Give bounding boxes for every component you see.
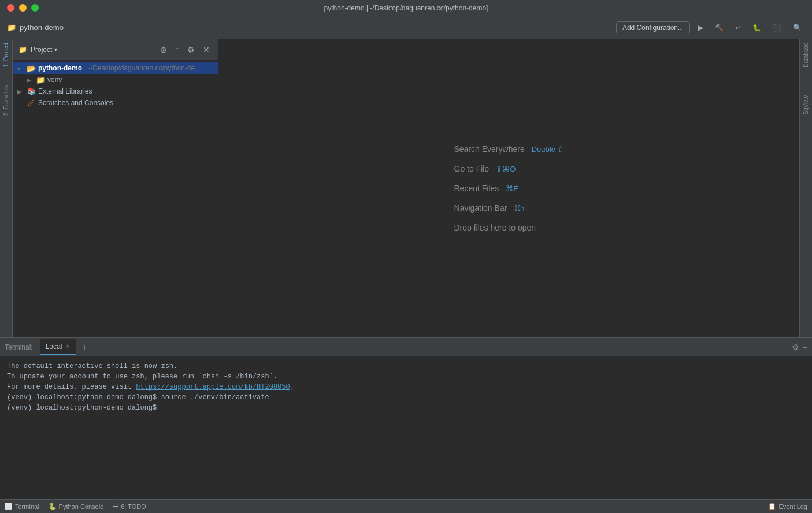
sqview-panel-label[interactable]: SqView: [803, 95, 809, 115]
right-side-strip: Database SqView: [799, 39, 812, 337]
tree-item-external-libs[interactable]: ▶ 📚 External Libraries: [13, 86, 218, 97]
rerun-button[interactable]: ↩: [732, 21, 744, 34]
drop-files-label: Drop files here to open: [454, 223, 536, 232]
search-button[interactable]: 🔍: [789, 21, 805, 34]
tree-item-root[interactable]: ▾ 📂 python-demo ~/Desktop/daguanren.cc/p…: [13, 62, 218, 74]
maximize-button[interactable]: [31, 4, 39, 12]
terminal-line-1: The default interactive shell is now zsh…: [7, 361, 805, 371]
terminal-minimize-icon[interactable]: −: [803, 343, 807, 352]
goto-file-label: Go to File: [454, 164, 490, 173]
terminal-line-3: For more details, please visit https://s…: [7, 382, 805, 392]
minimize-button[interactable]: [19, 4, 27, 12]
terminal-settings-icon[interactable]: ⚙: [792, 343, 799, 352]
add-terminal-tab-button[interactable]: +: [78, 342, 90, 352]
root-path: ~/Desktop/daguanren.cc/python-de: [87, 64, 195, 72]
sidebar-header-actions: ⊕ ⁻ ⚙ ✕: [158, 44, 212, 55]
main-toolbar: 📁 python-demo Add Configuration... ▶ 🔨 ↩…: [0, 16, 812, 39]
collapse-icon[interactable]: ⁻: [173, 44, 181, 55]
python-console-icon: 🐍: [49, 503, 57, 510]
sidebar: 📁 Project ▾ ⊕ ⁻ ⚙ ✕ ▾ 📂 python-demo ~/De…: [13, 39, 218, 337]
terminal-content[interactable]: The default interactive shell is now zsh…: [0, 356, 812, 499]
sidebar-header: 📁 Project ▾ ⊕ ⁻ ⚙ ✕: [13, 39, 218, 60]
stop-button[interactable]: ⬛: [769, 21, 785, 34]
add-configuration-button[interactable]: Add Configuration...: [616, 21, 690, 34]
center-hints: Search Everywhere Double ⇧ Go to File ⇧⌘…: [454, 144, 564, 232]
tree-item-venv[interactable]: ▶ 📁 venv: [13, 74, 218, 86]
terminal-link[interactable]: https://support.apple.com/kb/HT208050: [136, 383, 290, 391]
hint-search-everywhere: Search Everywhere Double ⇧: [454, 144, 564, 154]
terminal-label: Terminal:: [5, 343, 33, 351]
tree-arrow-root: ▾: [17, 65, 24, 72]
close-sidebar-icon[interactable]: ✕: [201, 44, 212, 55]
navigation-bar-label: Navigation Bar: [454, 203, 507, 213]
terminal-line-2: To update your account to use zsh, pleas…: [7, 371, 805, 382]
terminal-line-5: (venv) localhost:python-demo dalong$: [7, 403, 805, 413]
project-name-toolbar: 📁 python-demo: [7, 23, 64, 32]
terminal-line-4: (venv) localhost:python-demo dalong$ sou…: [7, 392, 805, 403]
venv-label: venv: [47, 76, 62, 84]
hint-recent-files: Recent Files ⌘E: [454, 184, 518, 193]
build-button[interactable]: 🔨: [711, 21, 727, 34]
hint-drop-files: Drop files here to open: [454, 223, 536, 232]
external-libs-label: External Libraries: [38, 87, 92, 95]
sidebar-folder-icon: 📁: [18, 46, 27, 54]
local-tab-label: Local: [46, 343, 62, 351]
settings-icon[interactable]: ⚙: [185, 44, 197, 55]
scratch-icon: 🖊: [27, 98, 36, 107]
ext-lib-icon: 📚: [27, 87, 36, 96]
terminal-tab-bar: Terminal: Local ✕ + ⚙ −: [0, 338, 812, 356]
hint-navigation-bar: Navigation Bar ⌘↑: [454, 203, 525, 213]
recent-files-label: Recent Files: [454, 184, 499, 193]
terminal-status-label: Terminal: [15, 503, 39, 510]
window-controls: [7, 4, 39, 12]
folder-open-icon: 📂: [27, 64, 36, 73]
terminal-status-item[interactable]: ⬜ Terminal: [5, 503, 39, 510]
project-dropdown-arrow[interactable]: ▾: [54, 46, 57, 53]
search-everywhere-shortcut: Double ⇧: [532, 145, 564, 154]
sync-icon[interactable]: ⊕: [158, 44, 169, 55]
run-button[interactable]: ▶: [695, 21, 707, 34]
database-panel-label[interactable]: Database: [803, 43, 809, 68]
main-content-area: 1: Project 2: Favorites 📁 Project ▾ ⊕ ⁻ …: [0, 39, 812, 337]
window-title: python-demo [~/Desktop/daguanren.cc/pyth…: [324, 4, 488, 12]
debug-button[interactable]: 🐛: [749, 21, 765, 34]
tree-item-scratches[interactable]: ▶ 🖊 Scratches and Consoles: [13, 97, 218, 109]
project-folder-icon: 📁: [7, 23, 16, 32]
recent-files-shortcut: ⌘E: [506, 184, 518, 193]
close-local-tab-icon[interactable]: ✕: [65, 343, 70, 350]
sidebar-title: Project ▾: [31, 46, 57, 54]
python-console-status-item[interactable]: 🐍 Python Console: [49, 503, 104, 510]
python-console-label: Python Console: [59, 503, 104, 510]
event-log-icon: 📋: [768, 503, 776, 510]
tree-arrow-venv: ▶: [27, 77, 34, 83]
hint-goto-file: Go to File ⇧⌘O: [454, 164, 516, 173]
navigation-bar-shortcut: ⌘↑: [514, 204, 525, 213]
project-label: Project: [31, 46, 52, 54]
todo-icon: ☰: [113, 503, 118, 510]
terminal-status-icon: ⬜: [5, 503, 13, 510]
goto-file-shortcut: ⇧⌘O: [496, 165, 516, 173]
file-tree: ▾ 📂 python-demo ~/Desktop/daguanren.cc/p…: [13, 60, 218, 337]
search-everywhere-label: Search Everywhere: [454, 144, 525, 154]
editor-panel: Search Everywhere Double ⇧ Go to File ⇧⌘…: [218, 39, 799, 337]
todo-status-item[interactable]: ☰ 6: TODO: [113, 503, 146, 510]
terminal-header-actions: ⚙ −: [792, 343, 807, 352]
project-name-label: python-demo: [20, 23, 64, 32]
scratches-label: Scratches and Consoles: [38, 99, 113, 107]
todo-label: 6: TODO: [121, 503, 146, 510]
terminal-tab-local[interactable]: Local ✕: [40, 339, 76, 355]
project-panel-label[interactable]: 1: Project: [3, 43, 9, 67]
favorites-panel-label[interactable]: 2: Favorites: [3, 86, 9, 116]
tree-arrow-ext-lib: ▶: [17, 88, 24, 95]
event-log-label: Event Log: [778, 503, 807, 510]
close-button[interactable]: [7, 4, 14, 12]
root-label: python-demo: [38, 64, 82, 72]
event-log-status-item[interactable]: 📋 Event Log: [768, 503, 807, 510]
status-bar: ⬜ Terminal 🐍 Python Console ☰ 6: TODO 📋 …: [0, 499, 812, 513]
left-side-strip: 1: Project 2: Favorites: [0, 39, 13, 337]
folder-icon-venv: 📁: [36, 75, 45, 84]
bottom-terminal-area: Terminal: Local ✕ + ⚙ − The default inte…: [0, 337, 812, 499]
title-bar: python-demo [~/Desktop/daguanren.cc/pyth…: [0, 0, 812, 16]
